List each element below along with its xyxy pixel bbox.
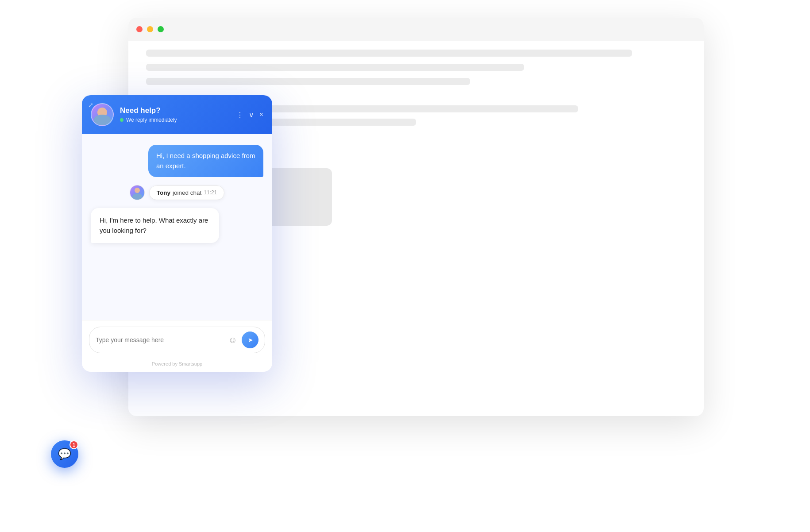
- more-options-icon[interactable]: ⋮: [236, 111, 243, 119]
- minimize-dot[interactable]: [147, 26, 153, 32]
- join-agent-name: Tony: [157, 189, 170, 196]
- agent-message-text: Hi, I'm here to help. What exactly are y…: [100, 216, 208, 234]
- send-button[interactable]: ➤: [242, 332, 258, 348]
- input-row: ☺ ➤: [89, 327, 265, 353]
- skeleton-bar-3: [146, 78, 470, 85]
- chat-widget: ⤢ Need help? We reply immediately ⋮ ∨ ×: [82, 95, 272, 372]
- agent-avatar: [91, 103, 114, 126]
- minimize-icon[interactable]: ∨: [249, 111, 254, 119]
- send-icon: ➤: [248, 336, 253, 343]
- browser-titlebar: [128, 18, 704, 41]
- user-bubble: Hi, I need a shopping advice from an exp…: [148, 145, 263, 177]
- tony-avatar: [130, 185, 145, 200]
- chat-fab-button[interactable]: 💬 1: [51, 440, 78, 468]
- skeleton-bar-2: [146, 64, 524, 71]
- chat-header: ⤢ Need help? We reply immediately ⋮ ∨ ×: [82, 95, 272, 134]
- status-dot: [120, 118, 123, 122]
- chat-fab-icon: 💬: [58, 448, 71, 460]
- join-action: joined chat: [173, 189, 201, 196]
- message-input[interactable]: [96, 336, 224, 343]
- user-message: Hi, I need a shopping advice from an exp…: [91, 145, 263, 177]
- user-message-text: Hi, I need a shopping advice from an exp…: [156, 152, 255, 170]
- agent-message: Hi, I'm here to help. What exactly are y…: [91, 208, 263, 243]
- chat-footer: Powered by Smartsupp: [82, 358, 272, 372]
- chat-header-info: Need help? We reply immediately: [120, 106, 230, 123]
- join-time: 11:21: [204, 189, 217, 196]
- close-dot[interactable]: [136, 26, 143, 32]
- join-notification: Tony joined chat 11:21: [91, 185, 263, 200]
- join-text-bubble: Tony joined chat 11:21: [149, 185, 225, 200]
- chat-input-area: ☺ ➤: [82, 320, 272, 358]
- skeleton-bar-1: [146, 50, 632, 57]
- chat-body: Hi, I need a shopping advice from an exp…: [82, 134, 272, 320]
- maximize-dot[interactable]: [158, 26, 164, 32]
- agent-bubble: Hi, I'm here to help. What exactly are y…: [91, 208, 219, 243]
- chat-title: Need help?: [120, 106, 230, 115]
- close-icon[interactable]: ×: [259, 111, 263, 119]
- chat-status: We reply immediately: [120, 117, 230, 123]
- status-text: We reply immediately: [126, 117, 177, 123]
- chat-fab-badge: 1: [69, 440, 78, 449]
- emoji-button[interactable]: ☺: [228, 335, 237, 344]
- chat-header-controls: ⋮ ∨ ×: [236, 111, 263, 119]
